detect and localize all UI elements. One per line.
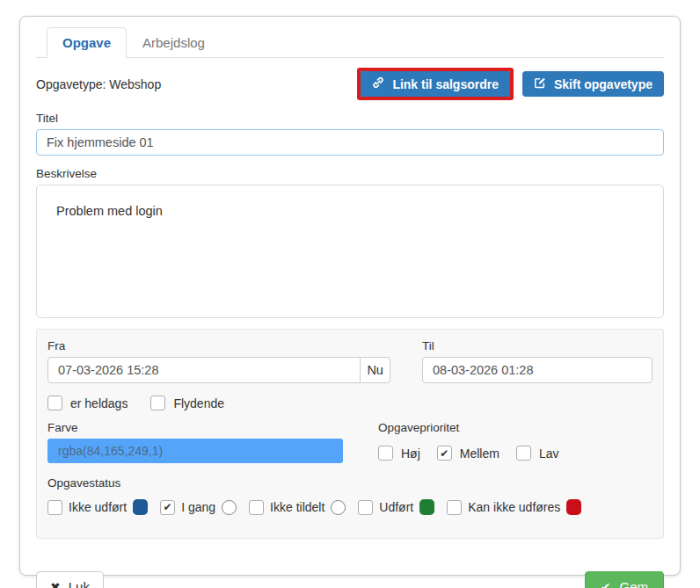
color-column: Farve (47, 421, 343, 463)
link-sales-order-button[interactable]: Link til salgsordre (361, 71, 510, 97)
status-in-progress-label: I gang (181, 500, 215, 514)
link-sales-order-label: Link til salgsordre (392, 77, 499, 91)
status-cannot-be-done-checkbox[interactable] (447, 500, 462, 515)
priority-medium-label: Mellem (460, 446, 499, 461)
close-button-label: Luk (69, 579, 90, 588)
from-input-group: Nu (47, 357, 390, 383)
status-cannot-be-done-label: Kan ikke udføres (468, 500, 560, 514)
priority-low-label: Lav (539, 446, 559, 461)
color-priority-row: Farve Opgaveprioritet Høj Mellem (47, 421, 653, 463)
priority-option-high: Høj (378, 446, 420, 461)
floating-label: Flydende (173, 396, 224, 410)
title-label: Titel (36, 112, 664, 125)
status-block: Opgavestatus Ikke udført I gang Ikke til… (47, 476, 653, 515)
priority-option-low: Lav (516, 446, 559, 461)
priority-medium-checkbox[interactable] (437, 446, 452, 461)
save-button[interactable]: ✔ Gem (585, 571, 664, 588)
floating-checkbox[interactable] (150, 396, 165, 410)
change-task-type-label: Skift opgavetype (554, 77, 653, 91)
from-label: Fra (47, 339, 390, 352)
date-row: Fra Nu Til (47, 339, 653, 383)
color-input[interactable] (47, 439, 343, 463)
status-option-cannot-be-done: Kan ikke udføres (447, 499, 581, 515)
checkmark-icon: ✔ (601, 580, 611, 588)
title-input[interactable] (36, 129, 664, 156)
status-done-label: Udført (379, 500, 413, 514)
priority-high-checkbox[interactable] (378, 446, 393, 461)
header-buttons: Link til salgsordre Skift opgavetype (357, 68, 664, 100)
priority-options-row: Høj Mellem Lav (378, 446, 653, 461)
to-datetime-input[interactable] (422, 357, 653, 383)
status-not-assigned-label: Ikke tildelt (270, 500, 324, 514)
priority-option-medium: Mellem (437, 446, 499, 461)
schedule-panel: Fra Nu Til er heldags Flydende (36, 329, 664, 539)
status-not-done-label: Ikke udført (69, 500, 127, 514)
day-options-row: er heldags Flydende (47, 396, 653, 410)
header-row: Opgavetype: Webshop Link til salgsordre (36, 68, 664, 100)
all-day-checkbox[interactable] (47, 396, 62, 410)
color-label: Farve (47, 421, 343, 434)
close-icon: ✖ (50, 580, 61, 588)
status-done-color-swatch (419, 499, 434, 515)
to-column: Til (422, 339, 653, 383)
status-not-assigned-color-swatch (331, 500, 346, 515)
status-in-progress-color-swatch (222, 500, 237, 515)
priority-low-checkbox[interactable] (516, 446, 531, 461)
priority-column: Opgaveprioritet Høj Mellem Lav (378, 421, 653, 463)
priority-label: Opgaveprioritet (378, 421, 653, 434)
from-column: Fra Nu (47, 339, 390, 383)
status-option-not-assigned: Ikke tildelt (249, 500, 346, 515)
link-icon (372, 76, 384, 91)
priority-high-label: Høj (401, 446, 420, 461)
description-textarea[interactable]: Problem med login (36, 185, 664, 318)
description-label: Beskrivelse (36, 167, 664, 180)
task-type-text: Opgavetype: Webshop (36, 77, 161, 91)
status-label: Opgavestatus (47, 476, 653, 490)
status-done-checkbox[interactable] (358, 500, 373, 515)
status-option-in-progress: I gang (160, 500, 237, 515)
status-option-done: Udført (358, 499, 434, 515)
status-not-assigned-checkbox[interactable] (249, 500, 264, 515)
save-button-label: Gem (619, 579, 648, 588)
close-button[interactable]: ✖ Luk (36, 571, 104, 588)
task-dialog: Opgave Arbejdslog Opgavetype: Webshop Li… (19, 16, 681, 576)
tab-arbejdslog[interactable]: Arbejdslog (127, 27, 221, 58)
tab-bar: Opgave Arbejdslog (36, 27, 664, 58)
floating-option: Flydende (150, 396, 224, 410)
from-datetime-input[interactable] (47, 357, 361, 383)
status-cannot-be-done-color-swatch (566, 499, 581, 515)
status-not-done-checkbox[interactable] (47, 500, 62, 515)
change-task-type-button[interactable]: Skift opgavetype (522, 71, 664, 97)
all-day-option: er heldags (47, 396, 128, 410)
status-not-done-color-swatch (133, 499, 148, 515)
status-options-row: Ikke udført I gang Ikke tildelt Udført (47, 499, 653, 515)
annotation-highlight-box: Link til salgsordre (357, 68, 514, 100)
all-day-label: er heldags (70, 396, 128, 410)
tab-opgave[interactable]: Opgave (47, 27, 127, 58)
status-option-not-done: Ikke udført (47, 499, 148, 515)
to-label: Til (422, 339, 653, 352)
status-in-progress-checkbox[interactable] (160, 500, 175, 515)
now-button[interactable]: Nu (361, 357, 390, 383)
edit-icon (534, 76, 546, 91)
footer-row: ✖ Luk ✔ Gem (36, 571, 664, 588)
